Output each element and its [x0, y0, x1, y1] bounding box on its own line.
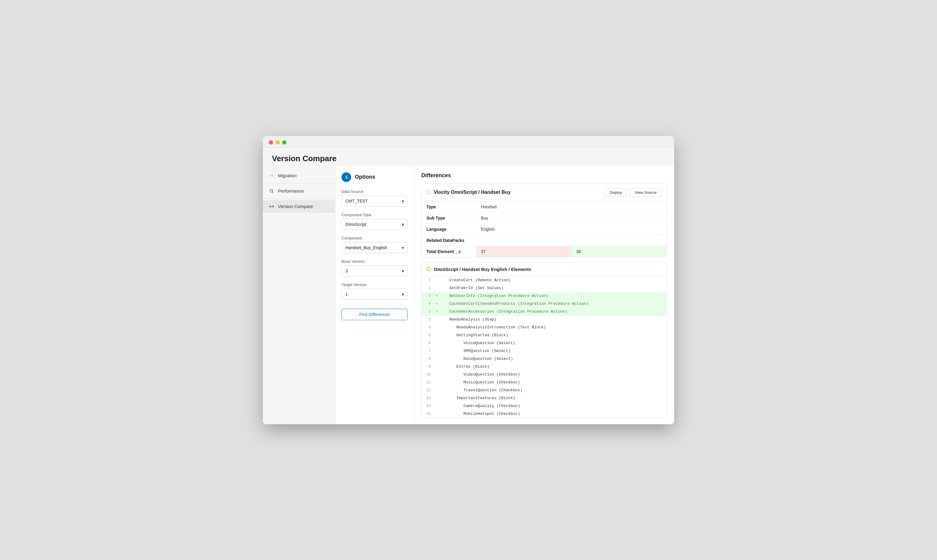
- sidebar-item-performance[interactable]: Performance: [263, 185, 335, 197]
- code-line: 3 NeedsAnalysis (Step): [422, 316, 666, 323]
- diff-card-2-header: OmniScript / Handset Buy English / Eleme…: [422, 263, 666, 276]
- migration-icon: →: [269, 173, 274, 178]
- data-source-label: Data Source: [342, 189, 408, 194]
- target-version-select[interactable]: 1: [342, 289, 408, 300]
- code-line: 15 MobileHotspot (Checkbox): [422, 410, 666, 418]
- options-panel: Options Data Source CMT_TEST Component T…: [335, 166, 414, 424]
- sidebar: → Migration Performance: [263, 166, 335, 424]
- svg-line-1: [272, 192, 274, 193]
- line-marker: +: [434, 294, 440, 298]
- options-title: Options: [355, 174, 375, 180]
- component-type-group: Component Type OmniScript: [342, 212, 408, 230]
- code-line: 12 TravelQuestion (Checkbox): [422, 386, 666, 394]
- line-number: 3: [422, 317, 434, 322]
- line-content: NeedsAnalysisIntroduction (Text Block): [440, 325, 548, 329]
- status-circle-warning: [426, 267, 431, 271]
- line-number: 14: [422, 404, 434, 408]
- status-circle-1: [426, 190, 431, 194]
- line-content: CacheGetCartItemsAndProducts (Integratio…: [440, 302, 591, 306]
- data-source-select[interactable]: CMT_TEST: [342, 195, 408, 206]
- deploy-button[interactable]: Deploy: [605, 188, 627, 197]
- line-number: 1: [422, 278, 434, 282]
- code-line: 3+ GetUserInfo (Integration Procedure Ac…: [422, 292, 666, 300]
- code-line: 6 VoiceQuestion (Select): [422, 339, 666, 347]
- base-version-select-wrapper: 3: [342, 266, 408, 276]
- main-layout: → Migration Performance: [263, 166, 674, 424]
- line-number: 11: [422, 380, 434, 385]
- line-content: VoiceQuestion (Select): [440, 341, 518, 345]
- line-content: CreateCart (Remote Action): [440, 278, 513, 282]
- line-number: 6: [422, 341, 434, 345]
- base-version-label: Base Version: [342, 259, 408, 264]
- line-number: 8: [422, 357, 434, 361]
- differences-header: Differences: [421, 172, 667, 179]
- data-source-select-wrapper: CMT_TEST: [342, 195, 408, 206]
- diff-card-elements: OmniScript / Handset Buy English / Eleme…: [421, 262, 667, 418]
- view-source-button[interactable]: View Source: [629, 188, 662, 197]
- code-line: 5 GettingStarted (Block): [422, 331, 666, 339]
- code-line: 2 SetOrderId (Set Values): [422, 284, 666, 292]
- code-line: 13 ImportantFeatures (Block): [422, 394, 666, 402]
- line-content: NeedsAnalysis (Step): [440, 317, 499, 322]
- target-version-group: Target Version 1: [342, 282, 408, 300]
- code-line: 14 CameraQuality (Checkbox): [422, 402, 666, 410]
- code-line: 10 VideoQuestion (Checkbox): [422, 371, 666, 378]
- code-line: 5+ CacheGetAccessories (Integration Proc…: [422, 308, 666, 316]
- line-content: DataQuestion (Select): [440, 357, 515, 361]
- line-content: TravelQuestion (Checkbox): [440, 388, 525, 392]
- line-content: Extras (Block): [440, 365, 492, 369]
- component-select[interactable]: Handset_Buy_English: [342, 242, 408, 253]
- code-body: 1 CreateCart (Remote Action)2 SetOrderId…: [422, 276, 666, 418]
- component-type-select[interactable]: OmniScript: [342, 219, 408, 230]
- diff-card-1-title: Vlocity OmniScript / Handset Buy: [426, 189, 511, 195]
- find-differences-button[interactable]: Find Differences: [342, 309, 408, 320]
- table-row: Related DataPacks: [422, 235, 666, 246]
- line-content: SMSQuestion (Select): [440, 349, 513, 353]
- line-number: 5: [422, 333, 434, 337]
- line-marker: +: [434, 309, 440, 314]
- code-line: 1 CreateCart (Remote Action): [422, 276, 666, 284]
- diff-card-omniscript: Vlocity OmniScript / Handset Buy Deploy …: [421, 183, 667, 257]
- line-number: 7: [422, 349, 434, 353]
- diff-table-1: Type Handset Sub Type Buy Language Engli…: [422, 202, 666, 257]
- line-number: 13: [422, 396, 434, 400]
- component-select-wrapper: Handset_Buy_English: [342, 242, 408, 253]
- component-group: Component Handset_Buy_English: [342, 236, 408, 253]
- minimize-button[interactable]: [275, 140, 280, 145]
- component-type-select-wrapper: OmniScript: [342, 219, 408, 230]
- title-bar: [263, 136, 674, 148]
- sidebar-item-migration[interactable]: → Migration: [263, 169, 335, 182]
- sidebar-label-performance: Performance: [278, 188, 304, 194]
- sidebar-item-version-compare[interactable]: Version Compare: [263, 200, 335, 213]
- sidebar-divider-2: [263, 198, 335, 199]
- line-number: 15: [422, 412, 434, 416]
- version-compare-icon: [269, 204, 274, 209]
- line-number: 10: [422, 372, 434, 377]
- back-button[interactable]: [342, 172, 351, 182]
- table-row-diff: Total Element__c 37 38: [422, 246, 666, 257]
- line-content: SetOrderId (Set Values): [440, 286, 506, 290]
- component-label: Component: [342, 236, 408, 240]
- app-title: Version Compare: [263, 148, 674, 166]
- line-number: 12: [422, 388, 434, 392]
- line-content: CameraQuality (Checkbox): [440, 404, 522, 408]
- close-button[interactable]: [269, 140, 273, 145]
- line-number: 3: [422, 294, 434, 298]
- data-source-group: Data Source CMT_TEST: [342, 189, 408, 206]
- diff-card-1-actions: Deploy View Source: [605, 188, 662, 197]
- line-content: CacheGetAccessories (Integration Procedu…: [440, 309, 569, 314]
- line-content: ImportantFeatures (Block): [440, 396, 518, 400]
- diff-card-1-header: Vlocity OmniScript / Handset Buy Deploy …: [422, 184, 666, 202]
- line-content: MobileHotspot (Checkbox): [440, 412, 522, 416]
- target-version-label: Target Version: [342, 282, 408, 287]
- code-line: 4+ CacheGetCartItemsAndProducts (Integra…: [422, 300, 666, 308]
- line-marker: +: [434, 302, 440, 306]
- line-number: 4: [422, 302, 434, 306]
- window-body: Version Compare → Migration Performa: [263, 148, 674, 424]
- sidebar-label-migration: Migration: [278, 173, 297, 178]
- code-line: 7 SMSQuestion (Select): [422, 347, 666, 355]
- maximize-button[interactable]: [282, 140, 286, 145]
- line-number: 5: [422, 310, 434, 314]
- base-version-select[interactable]: 3: [342, 266, 408, 276]
- app-window: Version Compare → Migration Performa: [263, 136, 674, 424]
